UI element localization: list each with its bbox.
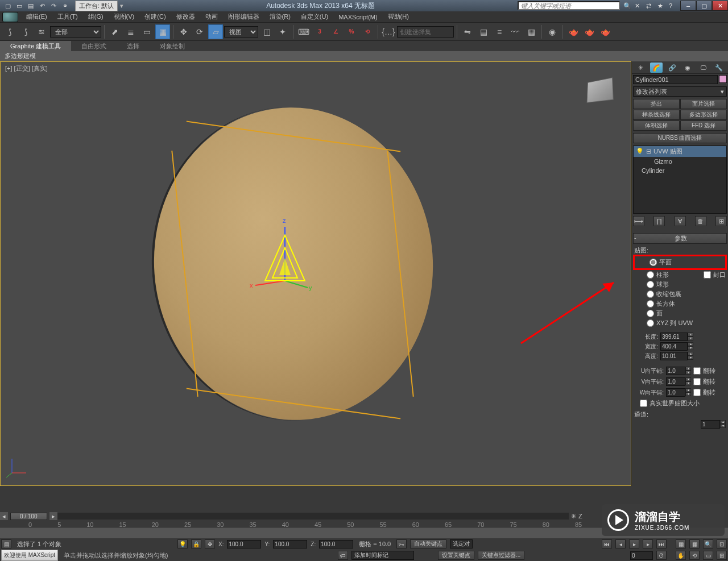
display-tab-icon[interactable]: 🖵 bbox=[697, 63, 710, 73]
spin-up-icon[interactable]: ▴ bbox=[688, 333, 693, 336]
render-frame-icon[interactable]: 🫖 bbox=[582, 24, 597, 39]
viewport[interactable]: [+] [正交] [真实] z x y bbox=[0, 61, 631, 486]
prev-key-icon[interactable]: ◂ bbox=[615, 539, 626, 548]
pan-icon[interactable]: ✋ bbox=[676, 551, 686, 560]
vflip-checkbox[interactable]: 翻转 bbox=[693, 377, 717, 387]
undo-icon[interactable]: ↶ bbox=[38, 1, 47, 10]
fav-icon[interactable]: ★ bbox=[657, 2, 665, 10]
rotate-icon[interactable]: ⟳ bbox=[192, 24, 207, 39]
map-shrink-radio[interactable]: 收缩包裹 bbox=[634, 289, 726, 299]
maxscript-mini-icon[interactable]: ▤ bbox=[1, 539, 11, 548]
ribbon-tab-selection[interactable]: 选择 bbox=[117, 41, 150, 51]
coord-y-input[interactable] bbox=[273, 540, 307, 548]
menu-grapheditors[interactable]: 图形编辑器 bbox=[224, 11, 264, 22]
key-icon[interactable]: 🗝 bbox=[396, 539, 407, 548]
map-face-radio[interactable]: 面 bbox=[634, 309, 726, 318]
map-box-radio[interactable]: 长方体 bbox=[634, 299, 726, 309]
move-icon[interactable]: ✥ bbox=[176, 24, 191, 39]
persp-user-icon[interactable]: ▦ bbox=[689, 539, 700, 548]
select-manip-icon[interactable]: ✦ bbox=[275, 24, 290, 39]
ribbon-body[interactable]: 多边形建模 bbox=[0, 51, 728, 61]
goto-start-icon[interactable]: ⏮ bbox=[602, 539, 612, 548]
next-key-icon[interactable]: ▸ bbox=[643, 539, 653, 548]
current-frame-input[interactable] bbox=[630, 551, 653, 560]
coord-x-input[interactable] bbox=[227, 540, 261, 548]
ribbon-tab-graphite[interactable]: Graphite 建模工具 bbox=[0, 41, 71, 51]
viewcube[interactable] bbox=[585, 79, 614, 102]
layer-icon[interactable]: ≡ bbox=[492, 24, 507, 39]
spinner-snap-icon[interactable]: ⟲ bbox=[360, 24, 375, 39]
percent-snap-icon[interactable]: % bbox=[344, 24, 359, 39]
render-setup-icon[interactable]: 🫖 bbox=[566, 24, 581, 39]
goto-end-icon[interactable]: ⏭ bbox=[656, 539, 667, 548]
remove-mod-icon[interactable]: 🗑 bbox=[695, 216, 706, 226]
mod-extrude-button[interactable]: 挤出 bbox=[633, 99, 680, 109]
bind-spacewarp-icon[interactable]: ≋ bbox=[34, 24, 49, 39]
prev-frame-button[interactable]: ◂ bbox=[0, 512, 8, 520]
modify-tab-icon[interactable]: 🌈 bbox=[650, 63, 663, 73]
time-config-icon[interactable]: ⏱ bbox=[656, 551, 667, 560]
open-icon[interactable]: ▭ bbox=[15, 1, 24, 10]
utile-input[interactable] bbox=[666, 367, 685, 375]
material-editor-icon[interactable]: ◉ bbox=[545, 24, 560, 39]
welcome-badge[interactable]: 欢迎使用 MAXScript bbox=[1, 550, 58, 561]
edit-selection-set-icon[interactable]: {…} bbox=[381, 24, 396, 39]
mod-nurbs-button[interactable]: NURBS 曲面选择 bbox=[633, 133, 727, 143]
link-icon[interactable]: ⚭ bbox=[60, 1, 69, 10]
select-link-icon[interactable]: ⟆ bbox=[2, 24, 17, 39]
hierarchy-tab-icon[interactable]: 🔗 bbox=[666, 63, 679, 73]
keyfilter-button[interactable]: 关键点过滤器... bbox=[478, 551, 524, 560]
unlink-icon[interactable]: ⟆ bbox=[18, 24, 33, 39]
menu-modifiers[interactable]: 修改器 bbox=[172, 11, 200, 22]
redo-icon[interactable]: ↷ bbox=[49, 1, 58, 10]
menu-maxscript[interactable]: MAXScript(M) bbox=[334, 13, 382, 22]
zoom-icon[interactable]: 🔍 bbox=[703, 539, 713, 548]
maximize-button[interactable]: ▢ bbox=[696, 1, 712, 11]
minimize-button[interactable]: – bbox=[680, 1, 696, 11]
new-icon[interactable]: ▢ bbox=[3, 1, 13, 10]
stack-item-cylinder[interactable]: Cylinder bbox=[634, 166, 726, 175]
close-button[interactable]: ✕ bbox=[712, 1, 728, 11]
refcoord-dropdown[interactable]: 视图 bbox=[224, 26, 258, 38]
pivot-icon[interactable]: ◫ bbox=[259, 24, 274, 39]
menu-animation[interactable]: 动画 bbox=[201, 11, 222, 22]
modifier-stack[interactable]: 💡 ⊟ UVW 贴图 Gizmo Cylinder bbox=[633, 146, 727, 214]
spin-down-icon[interactable]: ▾ bbox=[688, 336, 693, 340]
save-icon[interactable]: ▤ bbox=[26, 1, 35, 10]
autokey-button[interactable]: 自动关键点 bbox=[410, 539, 446, 548]
lightbulb-icon[interactable]: 💡 bbox=[636, 148, 644, 155]
vtile-input[interactable] bbox=[666, 377, 685, 386]
stack-item-uvw[interactable]: 💡 ⊟ UVW 贴图 bbox=[634, 146, 726, 157]
selection-filter-dropdown[interactable]: 全部 bbox=[50, 26, 101, 38]
snap-3d-icon[interactable]: 3 bbox=[312, 24, 327, 39]
motion-tab-icon[interactable]: ◉ bbox=[681, 63, 694, 73]
orbit-icon[interactable]: ⟲ bbox=[689, 551, 700, 560]
object-color-swatch[interactable] bbox=[719, 75, 727, 83]
add-time-tag-dropdown[interactable]: 添加时间标记 bbox=[351, 551, 414, 560]
command-panel-scroll[interactable]: -参数 贴图: 平面 柱形 封口 球形 收缩包裹 长方体 面 XYZ 到 UVW bbox=[632, 227, 728, 486]
select-object-icon[interactable]: ⬈ bbox=[107, 24, 122, 39]
select-by-name-icon[interactable]: ≣ bbox=[123, 24, 138, 39]
menu-group[interactable]: 组(G) bbox=[84, 11, 108, 22]
setkey-button[interactable]: 设置关键点 bbox=[438, 551, 474, 560]
workspace-dropdown[interactable]: 工作台: 默认 bbox=[75, 1, 118, 11]
menu-help[interactable]: 帮助(H) bbox=[383, 11, 413, 22]
rect-region-icon[interactable]: ▭ bbox=[139, 24, 154, 39]
pin-stack-icon[interactable]: ⟼ bbox=[633, 216, 644, 226]
stack-item-gizmo[interactable]: Gizmo bbox=[634, 157, 726, 166]
mod-ffdsel-button[interactable]: FFD 选择 bbox=[680, 120, 727, 131]
key-mode-icon[interactable]: ✳ bbox=[571, 513, 576, 520]
height-input[interactable] bbox=[660, 352, 688, 360]
ribbon-tab-paint[interactable]: 对象绘制 bbox=[150, 41, 195, 51]
map-xyz-radio[interactable]: XYZ 到 UVW bbox=[634, 318, 726, 328]
mirror-icon[interactable]: ⇋ bbox=[460, 24, 475, 39]
object-name-input[interactable] bbox=[633, 75, 718, 84]
scale-icon[interactable]: ▱ bbox=[208, 24, 223, 39]
mod-splinesel-button[interactable]: 样条线选择 bbox=[633, 110, 680, 120]
coord-z-input[interactable] bbox=[319, 540, 353, 548]
iso-user-icon[interactable]: ▦ bbox=[676, 539, 686, 548]
menu-customize[interactable]: 自定义(U) bbox=[296, 11, 333, 22]
show-end-result-icon[interactable]: ∏ bbox=[653, 216, 665, 226]
max-toggle-icon[interactable]: ⊞ bbox=[717, 551, 727, 560]
search-input[interactable] bbox=[518, 1, 620, 10]
